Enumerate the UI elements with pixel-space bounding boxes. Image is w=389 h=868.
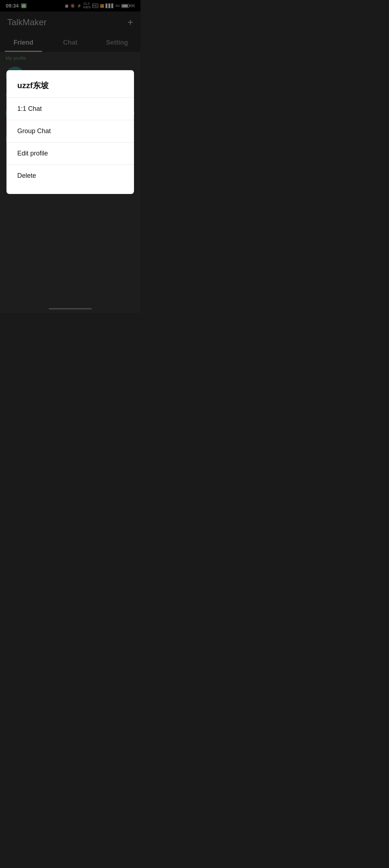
context-item-edit-profile[interactable]: Edit profile (6, 143, 134, 164)
context-menu: uzzf东坡 1:1 Chat Group Chat Edit profile … (6, 70, 134, 194)
context-item-group-chat[interactable]: Group Chat (6, 120, 134, 142)
context-item-delete[interactable]: Delete (6, 165, 134, 187)
context-menu-title: uzzf东坡 (6, 77, 134, 98)
context-item-1-1-chat[interactable]: 1:1 Chat (6, 98, 134, 120)
